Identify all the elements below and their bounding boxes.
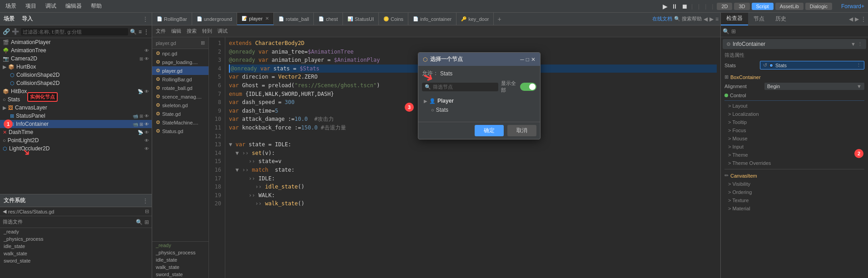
play-btn[interactable]: ▶ [663, 3, 668, 10]
visibility-icon-pl[interactable]: 👁 [144, 138, 149, 143]
docs-btn[interactable]: 在线文档 [652, 15, 672, 22]
alignment-dropdown-icon[interactable]: ▼ [857, 84, 862, 89]
link-icon[interactable]: 🔗 [3, 28, 10, 35]
tree-item-collisionshape2[interactable]: ⬡ CollisionShape2D [0, 79, 152, 87]
script-item-skeleton[interactable]: ⚙ skeleton.gd [152, 101, 208, 109]
tree-item-hurtbox[interactable]: ▶ 📦 HurtBox [0, 63, 152, 71]
mode-script-btn[interactable]: Script [752, 3, 774, 10]
dialog-maximize-btn[interactable]: □ [526, 56, 529, 63]
stats-reset-icon[interactable]: ↺ [763, 62, 767, 68]
tree-item-stats[interactable]: ○ Stats [0, 95, 152, 104]
tab-underground[interactable]: 📄 underground [192, 13, 237, 25]
dialog-parent-node[interactable]: ▶ 👤 Player [422, 96, 536, 105]
visibility-section[interactable]: > Visibility [721, 180, 868, 188]
tree-item-animationtree[interactable]: 🌳 AnimationTree 👁 [0, 46, 152, 55]
tab-player[interactable]: 📝 player ✕ [237, 13, 274, 25]
add-node-icon[interactable]: ➕ [12, 28, 19, 35]
mode-assetlib-btn[interactable]: AssetLib [775, 3, 804, 10]
scene-extra-icon[interactable]: ⋮ [144, 29, 149, 35]
method-item-walk[interactable]: walk_state [0, 250, 152, 257]
localization-section[interactable]: > Localization [721, 110, 868, 118]
group-icon-sp[interactable]: ⊞ [139, 114, 143, 119]
fs-options-btn[interactable]: ⋮ [143, 198, 148, 204]
inspector-more-btn[interactable]: ⋮ [861, 16, 866, 22]
toolbar-debug[interactable]: 调试 [218, 28, 228, 35]
method-item-ready[interactable]: _ready [0, 228, 152, 235]
signal-icon-hitbox[interactable]: 📡 [138, 89, 143, 94]
mouse-section[interactable]: > Mouse [721, 134, 868, 143]
menu-item-editor[interactable]: 编辑器 [64, 1, 84, 11]
scene-search-input[interactable] [21, 28, 128, 35]
script-item-rollingbar[interactable]: ⚙ RollingBar.gd [152, 75, 208, 84]
menu-item-project[interactable]: 项目 [24, 1, 38, 11]
tab-keydoor[interactable]: 🔑 key_door [456, 13, 494, 25]
menu-item-scene[interactable]: 场景 [4, 1, 18, 11]
visibility-icon-lo[interactable]: 👁 [144, 146, 149, 151]
script-item-npc[interactable]: ⚙ npc.gd [152, 49, 208, 58]
menu-item-help[interactable]: 帮助 [89, 1, 104, 11]
forward-btn[interactable]: Forward+ [841, 3, 864, 10]
node-select-dialog[interactable]: ⬡ 选择一个节点 ─ □ ✕ 允许： Stats 🔍 显示全 [418, 52, 541, 139]
dialog-cancel-btn[interactable]: 取消 [507, 125, 536, 136]
focus-section[interactable]: > Focus [721, 126, 868, 134]
script-item-scencemgr[interactable]: ⚙ scence_manag.... [152, 92, 208, 101]
visibility-icon-ic[interactable]: 👁 [144, 122, 149, 127]
stop-btn[interactable]: ⏹ [681, 3, 688, 10]
fs-extra-icon[interactable]: ⊞ [144, 219, 149, 225]
player-close[interactable]: ✕ [265, 16, 269, 21]
visibility-icon-camera[interactable]: 👁 [144, 56, 149, 61]
tree-item-animationplayer[interactable]: 🎬 AnimationPlayer [0, 38, 152, 46]
tab-rollingbar[interactable]: 📄 RollingBar [152, 13, 192, 25]
inspector-fwd-btn[interactable]: ▶ [855, 16, 859, 22]
tab-statusui[interactable]: 📊 StatusUI [343, 13, 379, 25]
method-ready[interactable]: _ready [152, 242, 208, 249]
toolbar-edit[interactable]: 编辑 [171, 28, 181, 35]
tab-rotateball[interactable]: 📄 rotate_ball [274, 13, 314, 25]
stats-prop-value[interactable]: ↺ Stats ⋮ [760, 61, 864, 70]
pause-btn[interactable]: ⏸ [671, 3, 678, 10]
alignment-dropdown[interactable]: Begin ▼ [764, 83, 864, 90]
material-section[interactable]: > Material [721, 204, 868, 213]
tab-left-btn[interactable]: ◀ [704, 16, 708, 22]
tab-more-btn[interactable]: ≡ [715, 16, 719, 22]
texture-section[interactable]: > Texture [721, 196, 868, 204]
script-item-rotateball[interactable]: ⚙ rotate_ball.gd [152, 84, 208, 92]
dialog-toggle[interactable] [520, 83, 536, 91]
ordering-section[interactable]: > Ordering [721, 188, 868, 196]
inspector-more2-icon[interactable]: ⊞ [731, 28, 736, 35]
script-item-status[interactable]: ⚙ Status.gd [152, 127, 208, 135]
tab-node[interactable]: 节点 [748, 13, 770, 25]
input-section[interactable]: > Input [721, 143, 868, 151]
mode-2d-btn[interactable]: 2D [717, 3, 732, 10]
tree-item-dashtime[interactable]: ✕ DashTime 📡 👁 [0, 128, 152, 136]
layout-section[interactable]: > Layout [721, 102, 868, 110]
method-idle[interactable]: idle_state [152, 256, 208, 263]
dialog-close-btn[interactable]: ✕ [531, 56, 536, 63]
tree-item-canvaslayer[interactable]: ▶ 🖼 CanvasLayer [0, 104, 152, 112]
visibility-icon-dt[interactable]: 👁 [144, 130, 149, 135]
node-more-icon[interactable]: ⋮ [858, 41, 863, 47]
group-icon-camera[interactable]: ⊞ [139, 56, 143, 61]
tab-infocontainer[interactable]: 📄 info_container [408, 13, 456, 25]
node-selector[interactable]: ⚙ InfoContainer ▼ ⋮ [723, 39, 866, 49]
camera-icon-ic[interactable]: 📹 [133, 122, 138, 127]
tab-coins[interactable]: 🪙 Coins [379, 13, 408, 25]
toolbar-search[interactable]: 搜索 [187, 28, 197, 35]
theme-section[interactable]: > Theme [721, 151, 868, 159]
tab-history[interactable]: 历史 [770, 13, 792, 25]
fs-search-icon[interactable]: 🔍 [136, 219, 143, 225]
method-walk[interactable]: walk_state [152, 263, 208, 271]
menu-item-debug[interactable]: 调试 [44, 1, 58, 11]
help-btn[interactable]: 🔍 搜索帮助 [674, 15, 702, 22]
method-physics[interactable]: _physics_process [152, 249, 208, 256]
tab-right-btn[interactable]: ▶ [709, 16, 714, 22]
method-item-physics[interactable]: _physics_process [0, 235, 152, 243]
script-list-icon[interactable]: ⊞ [201, 40, 205, 46]
scene-search-icon[interactable]: 🔍 [130, 29, 137, 35]
script-item-statemachine[interactable]: ⚙ StateMachine.... [152, 118, 208, 127]
tooltip-section[interactable]: > Tooltip [721, 118, 868, 126]
script-item-state[interactable]: ⚙ State.gd [152, 109, 208, 118]
tab-inspector[interactable]: 检查器 [721, 13, 748, 25]
tree-item-pointlight2d[interactable]: ○ PointLight2D 👁 [0, 136, 152, 144]
method-sword[interactable]: sword_state [152, 271, 208, 278]
